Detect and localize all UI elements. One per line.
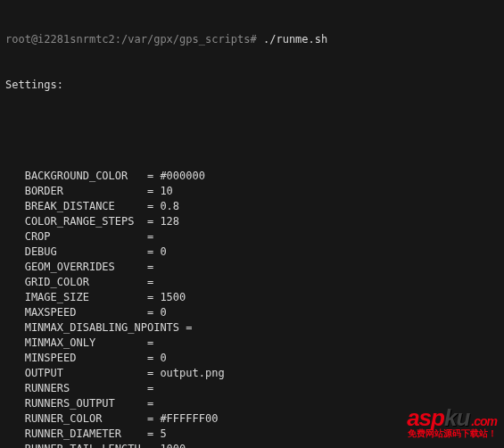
setting-row: BREAK_DISTANCE = 0.8 bbox=[5, 199, 499, 214]
setting-row: CROP = bbox=[5, 229, 499, 245]
setting-row: GRID_COLOR = bbox=[5, 275, 499, 290]
shell-prompt: root@i2281snrmtc2:/var/gpx/gps_scripts# bbox=[5, 33, 257, 46]
settings-header: Settings: bbox=[5, 78, 499, 93]
setting-row: RUNNER_TAIL_LENGTH = 1000 bbox=[5, 442, 499, 448]
setting-row: IMAGE_SIZE = 1500 bbox=[5, 290, 499, 305]
setting-row: MAXSPEED = 0 bbox=[5, 305, 499, 320]
setting-row: DEBUG = 0 bbox=[5, 245, 499, 260]
setting-row: RUNNER_DIAMETER = 5 bbox=[5, 427, 499, 442]
command: ./runme.sh bbox=[263, 33, 327, 46]
setting-row: MINMAX_DISABLING_NPOINTS = bbox=[5, 320, 499, 336]
setting-row: OUTPUT = output.png bbox=[5, 366, 499, 381]
setting-row: RUNNERS_OUTPUT = bbox=[5, 396, 499, 411]
setting-row: RUNNER_COLOR = #FFFFFF00 bbox=[5, 411, 499, 427]
setting-row: MINSPEED = 0 bbox=[5, 351, 499, 366]
setting-row: BORDER = 10 bbox=[5, 184, 499, 199]
setting-row: COLOR_RANGE_STEPS = 128 bbox=[5, 214, 499, 229]
setting-row: GEOM_OVERRIDES = bbox=[5, 260, 499, 275]
terminal-output: root@i2281snrmtc2:/var/gpx/gps_scripts# … bbox=[0, 0, 504, 448]
setting-row: MINMAX_ONLY = bbox=[5, 336, 499, 351]
setting-row: RUNNERS = bbox=[5, 381, 499, 396]
setting-row: BACKGROUND_COLOR = #000000 bbox=[5, 169, 499, 184]
